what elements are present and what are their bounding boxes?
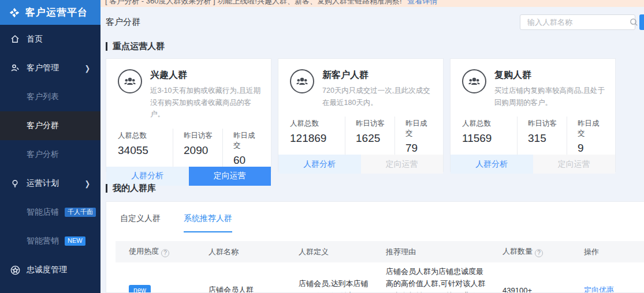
pinwheel-logo-icon: [8, 6, 21, 19]
search-input[interactable]: [527, 18, 629, 27]
stat-value-deals: 9: [578, 142, 604, 155]
search-icon[interactable]: [629, 17, 639, 27]
tab-custom-segments[interactable]: 自定义人群: [120, 213, 161, 232]
segment-definition-cell: 店铺会员,达到本店铺 vip1 会员条件以...: [299, 278, 386, 293]
app-title: 客户运营平台: [25, 6, 88, 19]
sidebar-item-label: 忠诚度管理: [27, 265, 67, 275]
sidebar-item-smart-shop[interactable]: 智能店铺 千人千面: [0, 198, 100, 227]
sidebar-item-customer-segments[interactable]: 客户分群: [0, 111, 100, 140]
col-header-actions: 操作: [584, 247, 644, 257]
chevron-right-icon: ❯: [85, 179, 90, 188]
col-header-usage-heat: 使用热度?: [129, 246, 209, 257]
users-icon: [9, 62, 21, 74]
announcement-banner: [ 客户分析 - 360度人群效果分析 ] 功能上线啦!兴趣人群、新客、复购人群…: [100, 0, 644, 7]
create-segment-button-partial[interactable]: [639, 14, 644, 30]
page-header: 客户分群: [106, 14, 644, 30]
new-feature-badge: NEW: [65, 236, 85, 246]
sidebar-item-label: 客户管理: [27, 63, 59, 73]
segment-search[interactable]: [520, 14, 635, 30]
segment-card-new-customers: 新客户人群 720天内只成交过一次,且此次成交在最近180天内。 人群总数121…: [278, 58, 444, 172]
sidebar-item-customer-management[interactable]: 客户管理 ❯: [0, 54, 100, 82]
col-header-recommend-reason: 推荐理由: [386, 247, 502, 257]
table-row: new 店铺会员人群 店铺会员,达到本店铺 vip1 会员条件以... 店铺会员…: [116, 262, 644, 293]
sidebar-item-label: 客户分析: [27, 149, 59, 160]
sidebar-item-label: 运营计划: [27, 178, 59, 189]
stat-value-deals: 79: [405, 142, 431, 155]
card-title: 复购人群: [494, 69, 605, 81]
page-title: 客户分群: [106, 17, 140, 28]
segment-library-panel: 自定义人群 系统推荐人群 使用热度? 人群名称 人群定义 推荐理由 人群数量? …: [106, 201, 644, 293]
segment-count-cell: 439100+: [502, 286, 584, 293]
banner-text: [ 客户分析 - 360度人群效果分析 ] 功能上线啦!兴趣人群、新客、复购人群…: [105, 0, 402, 5]
card-description: 近3-10天有加购或收藏行为,且近期没有购买加购或者收藏商品的客户。: [150, 85, 260, 121]
section-bar: [106, 184, 107, 193]
new-badge: new: [129, 285, 151, 293]
stat-label: 人群总数: [118, 131, 173, 141]
sidebar-item-smart-marketing[interactable]: 智能营销 NEW: [0, 227, 100, 256]
stat-label: 昨日成交: [233, 131, 259, 151]
stat-label: 昨日成交: [405, 119, 431, 138]
people-group-icon: [462, 69, 486, 93]
col-header-segment-definition: 人群定义: [299, 247, 386, 257]
key-segments-section-title: 重点运营人群: [106, 41, 644, 52]
targeted-operation-button[interactable]: 定向运营: [533, 155, 616, 174]
stat-label: 昨日成交: [578, 119, 604, 138]
sidebar-item-label: 客户分群: [27, 121, 59, 131]
stat-value-total: 121869: [290, 132, 345, 145]
sidebar-item-label: 客户列表: [27, 92, 59, 102]
sidebar-item-loyalty-management[interactable]: 忠诚度管理: [0, 256, 100, 284]
card-title: 新客户人群: [322, 69, 433, 81]
sidebar-item-label: 智能店铺: [27, 207, 59, 217]
bulb-icon: [9, 178, 21, 189]
stat-label: 昨日访客: [356, 119, 394, 129]
star-circle-icon: [9, 264, 21, 276]
sidebar-item-home[interactable]: 首页: [0, 25, 100, 54]
stat-label: 昨日访客: [184, 131, 222, 141]
sidebar: 客户运营平台 首页 客户管理 ❯ 客户列表 客户分群 客户分析: [0, 0, 100, 293]
recommend-reason-cell: 店铺会员人群为店铺忠诚度最高的高价值人群,可针对该人群做定向权益、召回等,强化会…: [386, 266, 502, 293]
people-group-icon: [290, 69, 314, 93]
segment-name-cell: 店铺会员人群: [209, 285, 299, 293]
section-bar: [106, 42, 107, 51]
home-icon: [9, 33, 21, 45]
col-header-segment-name: 人群名称: [209, 247, 299, 257]
sidebar-item-operation-plan[interactable]: 运营计划 ❯: [0, 169, 100, 198]
sidebar-item-customer-list[interactable]: 客户列表: [0, 82, 100, 111]
stat-label: 昨日访客: [528, 119, 567, 129]
library-tabs: 自定义人群 系统推荐人群: [120, 213, 644, 232]
sidebar-item-label: 首页: [27, 34, 43, 44]
analyze-segment-button[interactable]: 人群分析: [278, 155, 361, 174]
stat-value-visitors: 1625: [356, 132, 394, 145]
segment-card-interest: 兴趣人群 近3-10天有加购或收藏行为,且近期没有购买加购或者收藏商品的客户。 …: [106, 58, 271, 172]
help-icon[interactable]: ?: [535, 249, 543, 257]
library-section-title: 我的人群库: [106, 183, 644, 194]
segment-card-repurchase: 复购人群 买过店铺内复购率较高商品,且处于回购周期的客户。 人群总数11569 …: [450, 58, 616, 172]
col-header-segment-count: 人群数量?: [502, 246, 584, 257]
card-description: 买过店铺内复购率较高商品,且处于回购周期的客户。: [494, 85, 605, 108]
stat-value-total: 34055: [118, 144, 173, 157]
banner-details-link[interactable]: 查看详情: [407, 0, 437, 5]
card-title: 兴趣人群: [150, 69, 260, 81]
main-content: [ 客户分析 - 360度人群效果分析 ] 功能上线啦!兴趣人群、新客、复购人群…: [100, 0, 644, 293]
stat-value-visitors: 315: [528, 132, 567, 145]
stat-value-visitors: 2090: [184, 144, 222, 157]
stat-value-deals: 60: [233, 154, 259, 167]
stat-value-total: 11569: [462, 132, 517, 145]
stat-label: 人群总数: [462, 119, 517, 129]
tab-system-recommended-segments[interactable]: 系统推荐人群: [184, 213, 232, 232]
app-logo: 客户运营平台: [0, 0, 100, 25]
chevron-right-icon: ❯: [85, 63, 90, 73]
analyze-segment-button[interactable]: 人群分析: [451, 155, 533, 174]
targeted-operation-button[interactable]: 定向运营: [361, 155, 444, 174]
stat-label: 人群总数: [290, 119, 345, 129]
people-group-icon: [118, 69, 142, 93]
sidebar-item-customer-analysis[interactable]: 客户分析: [0, 140, 100, 169]
table-header-row: 使用热度? 人群名称 人群定义 推荐理由 人群数量? 操作: [116, 241, 644, 262]
key-segment-cards: 兴趣人群 近3-10天有加购或收藏行为,且近期没有购买加购或者收藏商品的客户。 …: [106, 58, 644, 172]
card-description: 720天内只成交过一次,且此次成交在最近180天内。: [322, 85, 433, 108]
smart-shop-badge: 千人千面: [65, 208, 96, 217]
sidebar-item-label: 智能营销: [27, 236, 59, 246]
help-icon[interactable]: ?: [161, 249, 169, 257]
targeted-discount-link[interactable]: 定向优惠: [584, 286, 614, 293]
